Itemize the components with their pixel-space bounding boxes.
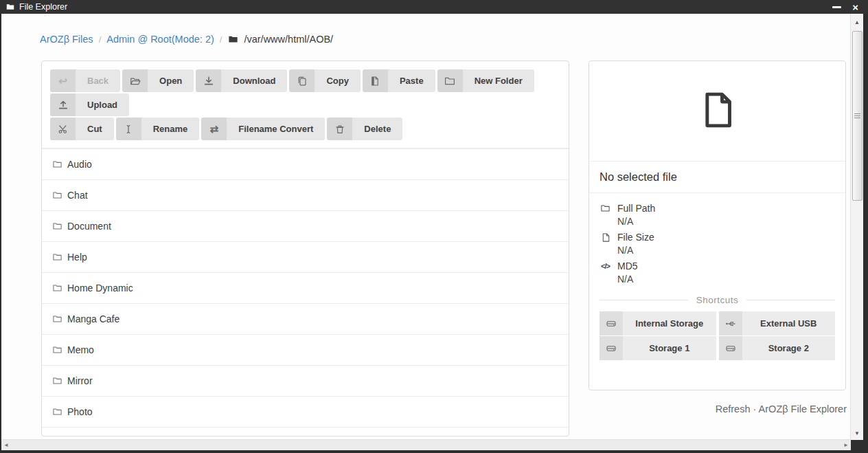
paste-icon — [363, 69, 388, 92]
folder-icon — [52, 190, 62, 200]
file-row-audio[interactable]: Audio — [42, 149, 569, 180]
copy-button[interactable]: Copy — [289, 69, 361, 92]
folder-icon — [52, 159, 62, 169]
file-icon — [599, 232, 611, 243]
current-path: /var/www/html/AOB/ — [244, 34, 333, 45]
open-folder-icon — [122, 69, 148, 92]
usb-icon — [719, 311, 742, 335]
file-row-photo[interactable]: Photo — [42, 397, 569, 428]
minimize-button[interactable] — [832, 6, 841, 8]
file-row-home-dynamic[interactable]: Home Dynamic — [42, 273, 569, 304]
vertical-scrollbar[interactable]: ▲ ▼ — [850, 14, 863, 440]
file-name: Memo — [67, 344, 94, 355]
rename-button[interactable]: Rename — [116, 118, 200, 140]
footer: Refresh · ArOZβ File Explorer — [716, 404, 847, 415]
shortcut-storage-1[interactable]: Storage 1 — [599, 336, 716, 360]
breadcrumb-link-user[interactable]: Admin @ Root(Mode: 2) — [106, 34, 214, 45]
folder-icon — [52, 252, 62, 262]
convert-arrows-icon: ⇄ — [201, 118, 227, 140]
file-icon — [698, 89, 737, 134]
property-file-size: File Size N/A — [599, 232, 835, 256]
breadcrumb-link-home[interactable]: ArOZβ Files — [40, 34, 93, 45]
back-button[interactable]: ↩ Back — [50, 69, 120, 92]
folder-icon — [52, 407, 62, 417]
file-name: Document — [67, 221, 111, 232]
file-properties: Full Path N/A File Size N/A </> MD5 N/A — [589, 193, 845, 285]
scissors-icon — [50, 118, 76, 140]
property-md5: </> MD5 N/A — [599, 261, 835, 285]
shortcuts-title: Shortcuts — [688, 295, 747, 305]
file-name: Chat — [67, 190, 88, 201]
folder-icon — [52, 314, 62, 324]
file-row-mirror[interactable]: Mirror — [42, 366, 569, 397]
trash-icon — [327, 118, 352, 140]
upload-icon — [50, 93, 76, 116]
folder-icon — [227, 34, 239, 44]
property-full-path: Full Path N/A — [599, 203, 835, 227]
file-row-pi-db[interactable]: Pi-DB — [42, 428, 569, 437]
folder-icon — [5, 3, 15, 11]
folder-icon — [599, 203, 611, 213]
breadcrumb-separator: / — [99, 34, 102, 45]
copy-icon — [289, 69, 315, 92]
app-name: ArOZβ File Explorer — [759, 404, 847, 415]
property-label: Full Path — [617, 203, 655, 214]
window-frame-left — [0, 14, 1, 453]
file-row-document[interactable]: Document — [42, 211, 569, 242]
file-row-help[interactable]: Help — [42, 242, 569, 273]
close-button[interactable]: × — [852, 3, 858, 12]
scrollbar-corner — [851, 440, 863, 450]
upload-button[interactable]: Upload — [50, 93, 129, 116]
toolbar: ↩ Back Open Download Copy Paste New F — [42, 61, 569, 148]
filename-convert-button[interactable]: ⇄ Filename Convert — [201, 118, 325, 140]
cut-button[interactable]: Cut — [50, 118, 114, 140]
file-list: Audio Chat Document Help Home Dynamic Ma… — [42, 149, 569, 437]
new-folder-button[interactable]: New Folder — [437, 69, 534, 92]
file-row-chat[interactable]: Chat — [42, 180, 569, 211]
file-name: Mirror — [67, 375, 93, 386]
folder-icon — [52, 345, 62, 355]
scroll-up-arrow-icon[interactable]: ▲ — [851, 16, 863, 27]
folder-icon — [52, 376, 62, 386]
property-value: N/A — [617, 274, 835, 285]
hdd-icon — [719, 336, 742, 360]
file-details-panel: No selected file Full Path N/A File Size… — [589, 60, 846, 390]
paste-button[interactable]: Paste — [363, 69, 435, 92]
vertical-scrollbar-thumb[interactable] — [852, 31, 863, 201]
new-folder-icon — [437, 69, 463, 92]
shortcuts-divider: Shortcuts — [599, 295, 835, 305]
shortcuts-grid: Internal Storage External USB Storage 1 … — [599, 311, 835, 360]
refresh-link[interactable]: Refresh — [716, 404, 751, 415]
ibeam-icon — [116, 118, 141, 140]
shortcut-internal-storage[interactable]: Internal Storage — [599, 311, 716, 335]
footer-separator: · — [753, 404, 759, 415]
download-icon — [196, 69, 221, 92]
property-label: MD5 — [617, 261, 638, 272]
window-frame-bottom — [0, 450, 868, 453]
window-frame-right — [863, 14, 868, 453]
download-button[interactable]: Download — [196, 69, 287, 92]
file-row-memo[interactable]: Memo — [42, 335, 569, 366]
horizontal-scrollbar[interactable]: ◄ ► — [1, 439, 851, 450]
window-title: File Explorer — [19, 2, 67, 12]
file-name: Home Dynamic — [67, 283, 133, 294]
back-icon: ↩ — [50, 69, 76, 92]
file-row-manga-cafe[interactable]: Manga Cafe — [42, 304, 569, 335]
selection-status: No selected file — [589, 162, 845, 193]
open-button[interactable]: Open — [122, 69, 194, 92]
shortcut-external-usb[interactable]: External USB — [719, 311, 836, 335]
scroll-left-arrow-icon[interactable]: ◄ — [1, 440, 11, 450]
folder-icon — [52, 221, 62, 231]
window-titlebar: File Explorer × — [0, 0, 868, 14]
property-value: N/A — [617, 245, 835, 256]
folder-icon — [52, 283, 62, 293]
delete-button[interactable]: Delete — [327, 118, 402, 140]
shortcut-storage-2[interactable]: Storage 2 — [719, 336, 836, 360]
scroll-down-arrow-icon[interactable]: ▼ — [851, 428, 863, 439]
code-icon: </> — [599, 262, 611, 270]
file-name: Manga Cafe — [67, 313, 119, 324]
file-name: Help — [67, 252, 87, 263]
breadcrumb-separator: / — [220, 34, 222, 45]
file-name: Photo — [67, 406, 93, 417]
scroll-right-arrow-icon[interactable]: ► — [841, 440, 851, 450]
